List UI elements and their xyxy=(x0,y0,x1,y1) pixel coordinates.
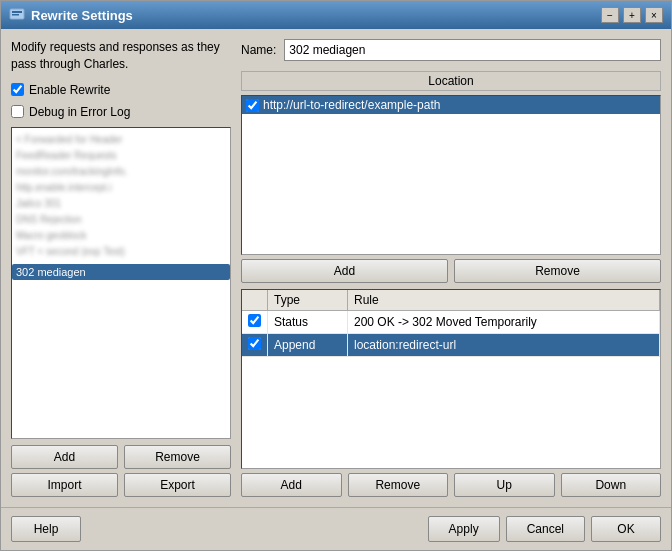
location-checkbox[interactable] xyxy=(246,99,259,112)
rewrite-settings-window: Rewrite Settings − + × Modify requests a… xyxy=(0,0,672,551)
add-remove-row: Add Remove xyxy=(11,445,231,469)
rule-down-button[interactable]: Down xyxy=(561,473,662,497)
svg-rect-2 xyxy=(12,14,19,16)
location-list[interactable]: http://url-to-redirect/example-path xyxy=(241,95,661,255)
debug-error-log-label: Debug in Error Log xyxy=(29,105,130,119)
left-export-button[interactable]: Export xyxy=(124,473,231,497)
col-rule: Rule xyxy=(348,290,660,311)
rules-list-box[interactable]: < Forwarded for Header FeedReader Reques… xyxy=(11,127,231,439)
rule-value-cell: location:redirect-url xyxy=(348,334,660,357)
name-row: Name: xyxy=(241,39,661,61)
rules-actions: Add Remove Up Down xyxy=(241,473,661,497)
table-row[interactable]: Append location:redirect-url xyxy=(242,334,660,357)
name-label: Name: xyxy=(241,43,276,57)
rule-check-cell xyxy=(242,311,268,334)
cancel-button[interactable]: Cancel xyxy=(506,516,585,542)
left-buttons: Add Remove Import Export xyxy=(11,445,231,497)
rule-checkbox-1[interactable] xyxy=(248,314,261,327)
list-item[interactable]: 302 mediagen xyxy=(12,264,230,280)
rule-remove-button[interactable]: Remove xyxy=(348,473,449,497)
import-export-row: Import Export xyxy=(11,473,231,497)
minimize-button[interactable]: − xyxy=(601,7,619,23)
rule-add-button[interactable]: Add xyxy=(241,473,342,497)
left-import-button[interactable]: Import xyxy=(11,473,118,497)
right-panel: Name: Location http://url-to-redirect/ex… xyxy=(241,39,661,497)
apply-button[interactable]: Apply xyxy=(428,516,500,542)
left-panel: Modify requests and responses as they pa… xyxy=(11,39,231,497)
footer: Help Apply Cancel OK xyxy=(1,507,671,550)
title-controls: − + × xyxy=(601,7,663,23)
location-panel: Location http://url-to-redirect/example-… xyxy=(241,71,661,283)
col-check xyxy=(242,290,268,311)
name-input[interactable] xyxy=(284,39,661,61)
title-bar-left: Rewrite Settings xyxy=(9,7,133,23)
main-content: Modify requests and responses as they pa… xyxy=(1,29,671,507)
svg-rect-1 xyxy=(12,11,22,13)
blurred-list-items: < Forwarded for Header FeedReader Reques… xyxy=(12,128,230,264)
rule-type-cell: Status xyxy=(268,311,348,334)
rule-check-cell xyxy=(242,334,268,357)
window-title: Rewrite Settings xyxy=(31,8,133,23)
rule-up-button[interactable]: Up xyxy=(454,473,555,497)
location-section-label: Location xyxy=(241,71,661,91)
title-bar: Rewrite Settings − + × xyxy=(1,1,671,29)
enable-rewrite-label: Enable Rewrite xyxy=(29,83,110,97)
maximize-button[interactable]: + xyxy=(623,7,641,23)
rules-panel: Type Rule Status 200 OK -> 302 Moved Tem… xyxy=(241,289,661,497)
description-text: Modify requests and responses as they pa… xyxy=(11,39,231,73)
location-item[interactable]: http://url-to-redirect/example-path xyxy=(242,96,660,114)
rules-table-container[interactable]: Type Rule Status 200 OK -> 302 Moved Tem… xyxy=(241,289,661,469)
col-type: Type xyxy=(268,290,348,311)
footer-right: Apply Cancel OK xyxy=(428,516,661,542)
help-button[interactable]: Help xyxy=(11,516,81,542)
location-remove-button[interactable]: Remove xyxy=(454,259,661,283)
close-button[interactable]: × xyxy=(645,7,663,23)
debug-error-log-row: Debug in Error Log xyxy=(11,105,231,119)
debug-error-log-checkbox[interactable] xyxy=(11,105,24,118)
location-add-button[interactable]: Add xyxy=(241,259,448,283)
location-add-remove: Add Remove xyxy=(241,259,661,283)
table-row[interactable]: Status 200 OK -> 302 Moved Temporarily xyxy=(242,311,660,334)
location-url: http://url-to-redirect/example-path xyxy=(263,98,440,112)
enable-rewrite-row: Enable Rewrite xyxy=(11,83,231,97)
left-add-button[interactable]: Add xyxy=(11,445,118,469)
rules-table: Type Rule Status 200 OK -> 302 Moved Tem… xyxy=(242,290,660,357)
rule-type-cell: Append xyxy=(268,334,348,357)
enable-rewrite-checkbox[interactable] xyxy=(11,83,24,96)
ok-button[interactable]: OK xyxy=(591,516,661,542)
left-remove-button[interactable]: Remove xyxy=(124,445,231,469)
rule-value-cell: 200 OK -> 302 Moved Temporarily xyxy=(348,311,660,334)
rule-checkbox-2[interactable] xyxy=(248,337,261,350)
app-icon xyxy=(9,7,25,23)
